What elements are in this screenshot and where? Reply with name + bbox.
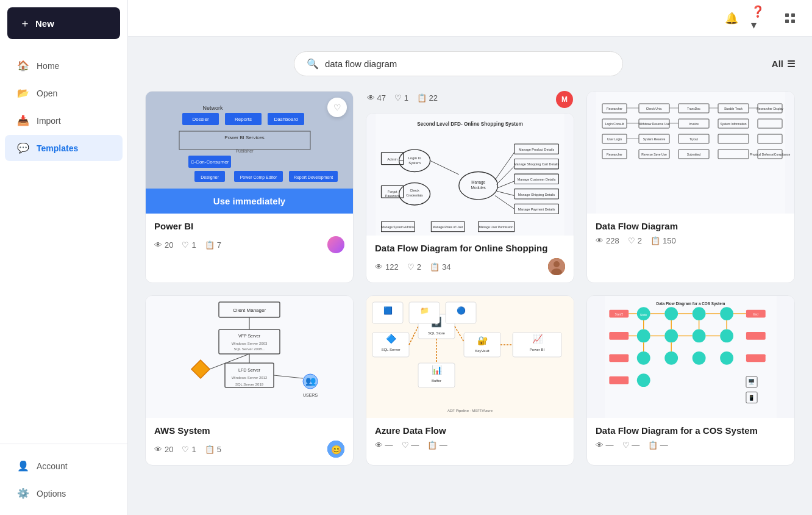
- card-thumbnail-data-flow: Researcher Login Consult User Login Rese…: [587, 92, 794, 214]
- top-likes: ♡ 1: [394, 93, 408, 103]
- svg-text:End: End: [753, 313, 759, 316]
- svg-text:Manage Roles of User: Manage Roles of User: [433, 225, 463, 229]
- svg-text:SQL Server 2008...: SQL Server 2008...: [233, 347, 265, 351]
- svg-text:Manage System Admins: Manage System Admins: [382, 225, 415, 229]
- svg-text:📱: 📱: [749, 394, 756, 402]
- copies-stat: 📋 —: [427, 441, 447, 450]
- notification-button[interactable]: 🔔: [722, 9, 741, 28]
- svg-text:Manage: Manage: [471, 180, 485, 185]
- likes-stat: ♡ 2: [628, 236, 642, 245]
- copies-stat: 📋 5: [205, 445, 221, 454]
- card-thumbnail-dfd: Second Level DFD- Online Shopping System…: [366, 113, 574, 236]
- new-button[interactable]: ＋ New: [7, 7, 120, 39]
- card-title-aws: AWS System: [154, 425, 344, 436]
- views-stat: 👁 20: [154, 240, 173, 250]
- card-stats-power-bi: 👁 20 ♡ 1 📋 7: [154, 240, 221, 250]
- svg-rect-3: [791, 20, 795, 23]
- favorite-button-power-bi[interactable]: ♡: [327, 98, 347, 117]
- sidebar-item-home[interactable]: 🏠 Home: [5, 52, 123, 79]
- card-avatar-aws: 😊: [327, 441, 344, 458]
- svg-text:Check Univ.: Check Univ.: [646, 107, 663, 110]
- svg-text:Invoice: Invoice: [689, 122, 699, 126]
- filter-menu-icon: ☰: [787, 59, 795, 70]
- copies-stat: 📋 34: [430, 262, 451, 272]
- sidebar-label-open: Open: [37, 88, 57, 98]
- svg-text:Researcher: Researcher: [607, 107, 622, 110]
- home-icon: 🏠: [17, 60, 29, 71]
- svg-text:Admin: Admin: [387, 157, 397, 161]
- card-body-azure: Azure Data Flow 👁 — ♡ — 📋 —: [366, 418, 574, 457]
- svg-text:USERS: USERS: [303, 393, 318, 397]
- new-label: New: [35, 18, 54, 29]
- sidebar-item-open[interactable]: 📂 Open: [5, 80, 123, 106]
- svg-text:User Login: User Login: [607, 137, 622, 141]
- svg-point-167: [664, 307, 678, 320]
- template-card-aws[interactable]: Client Manager VFP Server Windows Server…: [145, 295, 354, 466]
- sidebar-bottom: 👤 Account ⚙️ Options: [0, 444, 127, 515]
- svg-text:🟦: 🟦: [383, 306, 393, 315]
- svg-text:Data Flow Diagram for a COS Sy: Data Flow Diagram for a COS System: [657, 301, 725, 306]
- sidebar-item-import[interactable]: 📥 Import: [5, 107, 123, 134]
- card-stats-dataflow: 👁 228 ♡ 2 📋 150: [596, 236, 786, 245]
- svg-text:ADF Pipeline - MSFT/Azure: ADF Pipeline - MSFT/Azure: [447, 409, 493, 412]
- middle-column: 👁 47 ♡ 1 📋 22 M Second Level DFD- Online…: [366, 91, 574, 283]
- svg-text:Node: Node: [640, 314, 647, 317]
- card-body-aws: AWS System 👁 20 ♡ 1 📋 5 😊: [146, 418, 353, 465]
- svg-text:Windows Server 2012: Windows Server 2012: [232, 376, 268, 380]
- views-stat: 👁 20: [154, 445, 173, 454]
- svg-rect-178: [609, 354, 629, 362]
- template-card-dfd-shopping[interactable]: Second Level DFD- Online Shopping System…: [366, 113, 574, 283]
- top-stats-row: 👁 47 ♡ 1 📋 22 M: [366, 91, 574, 113]
- use-immediately-overlay[interactable]: Use immediately: [146, 189, 353, 214]
- svg-text:C-Con-Consumer: C-Con-Consumer: [191, 159, 229, 165]
- sidebar-item-account[interactable]: 👤 Account: [5, 453, 123, 479]
- svg-text:Windows Server 2003: Windows Server 2003: [232, 342, 268, 345]
- template-card-azure[interactable]: 🔷 SQL Server 🗄️ SQL Store 🔐 KeyVault 📊 B…: [366, 295, 574, 466]
- options-icon: ⚙️: [17, 488, 29, 499]
- filter-button[interactable]: All ☰: [772, 59, 795, 70]
- svg-text:Manage Payment Details: Manage Payment Details: [518, 207, 555, 211]
- content-area: 🔍 All ☰ Network: [128, 37, 812, 515]
- card-thumbnail-azure: 🔷 SQL Server 🗄️ SQL Store 🔐 KeyVault 📊 B…: [366, 296, 574, 418]
- svg-point-179: [637, 351, 650, 365]
- sidebar-item-templates[interactable]: 💬 Templates: [5, 135, 123, 161]
- svg-text:📈: 📈: [532, 334, 543, 344]
- svg-text:🔷: 🔷: [386, 334, 397, 344]
- svg-text:Password: Password: [385, 194, 400, 198]
- template-card-power-bi[interactable]: Network Dossier Reports Dashboard Power …: [145, 91, 354, 283]
- views-stat: 👁 —: [375, 441, 393, 450]
- account-icon: 👤: [17, 460, 29, 472]
- svg-text:Client Manager: Client Manager: [233, 308, 266, 313]
- copies-stat: 📋 150: [650, 236, 676, 245]
- card-body-power-bi: Power BI 👁 20 ♡ 1 📋 7: [146, 214, 353, 261]
- svg-text:LFD Server: LFD Server: [238, 368, 260, 372]
- sidebar-item-options[interactable]: ⚙️ Options: [5, 480, 123, 506]
- card-thumbnail-power-bi: Network Dossier Reports Dashboard Power …: [146, 92, 353, 214]
- search-container: 🔍 All ☰: [145, 51, 795, 76]
- svg-text:SQL Server: SQL Server: [381, 348, 400, 351]
- card-stats-cos: 👁 — ♡ — 📋 —: [596, 441, 786, 450]
- search-bar: 🔍: [294, 51, 623, 76]
- svg-rect-1: [791, 13, 795, 17]
- search-input[interactable]: [325, 59, 610, 69]
- svg-text:Manage Product Details: Manage Product Details: [519, 148, 554, 151]
- svg-text:KeyVault: KeyVault: [475, 349, 490, 353]
- template-card-cos[interactable]: Data Flow Diagram for a COS System Start…: [586, 295, 795, 466]
- svg-text:Forgot: Forgot: [388, 190, 397, 193]
- svg-text:System Reserve: System Reserve: [643, 137, 666, 141]
- help-button[interactable]: ❓ ▾: [751, 9, 771, 28]
- copies-stat: 📋 —: [648, 441, 668, 450]
- open-icon: 📂: [17, 87, 29, 99]
- svg-text:📁: 📁: [420, 306, 429, 315]
- templates-icon: 💬: [17, 142, 29, 154]
- svg-point-176: [720, 330, 733, 343]
- search-icon: 🔍: [307, 58, 319, 70]
- views-stat: 👁 —: [596, 441, 614, 450]
- svg-text:Tryout: Tryout: [689, 137, 699, 141]
- svg-text:Report Development: Report Development: [294, 175, 333, 180]
- sidebar-label-import: Import: [37, 116, 61, 126]
- svg-text:Network: Network: [202, 105, 223, 111]
- apps-button[interactable]: [780, 9, 800, 28]
- template-card-data-flow[interactable]: Researcher Login Consult User Login Rese…: [586, 91, 795, 283]
- likes-stat: ♡ 1: [182, 240, 196, 250]
